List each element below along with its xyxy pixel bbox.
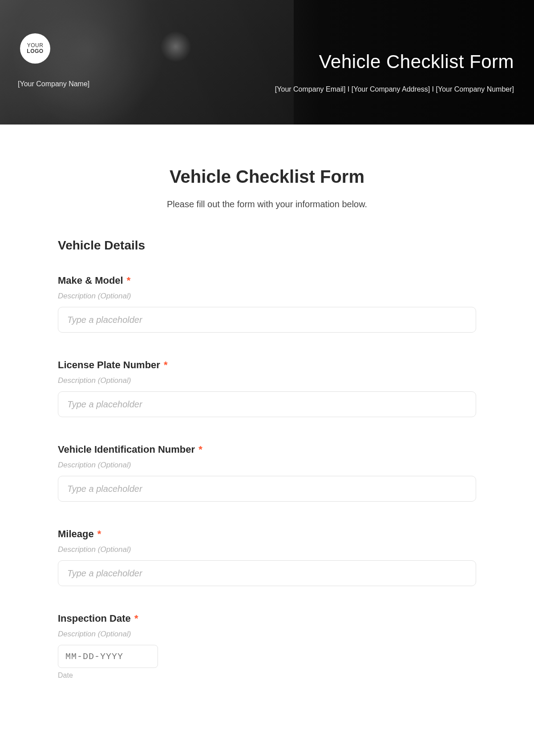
- field-description: Description (Optional): [58, 461, 476, 470]
- mileage-input[interactable]: [58, 560, 476, 586]
- form-subtitle: Please fill out the form with your infor…: [58, 199, 476, 209]
- field-description: Description (Optional): [58, 545, 476, 554]
- header-banner: YOUR LOGO [Your Company Name] Vehicle Ch…: [0, 0, 534, 125]
- field-vin: Vehicle Identification Number * Descript…: [58, 444, 476, 502]
- required-asterisk: *: [134, 613, 138, 624]
- date-sublabel: Date: [58, 672, 476, 680]
- inspection-date-input[interactable]: [58, 645, 158, 668]
- field-description: Description (Optional): [58, 376, 476, 385]
- section-title-vehicle-details: Vehicle Details: [58, 238, 476, 253]
- required-asterisk: *: [97, 528, 101, 539]
- required-asterisk: *: [198, 444, 202, 455]
- field-label-make-model: Make & Model *: [58, 275, 476, 286]
- company-name-text: [Your Company Name]: [18, 80, 89, 88]
- company-logo: YOUR LOGO: [20, 33, 50, 64]
- field-label-mileage: Mileage *: [58, 528, 476, 540]
- form-title: Vehicle Checklist Form: [58, 167, 476, 187]
- field-label-inspection-date: Inspection Date *: [58, 613, 476, 624]
- field-description: Description (Optional): [58, 630, 476, 639]
- header-contact-info: [Your Company Email] I [Your Company Add…: [275, 85, 514, 93]
- vin-input[interactable]: [58, 476, 476, 502]
- field-label-license-plate: License Plate Number *: [58, 359, 476, 371]
- required-asterisk: *: [164, 359, 168, 370]
- header-title: Vehicle Checklist Form: [319, 51, 514, 72]
- field-inspection-date: Inspection Date * Description (Optional)…: [58, 613, 476, 680]
- field-description: Description (Optional): [58, 292, 476, 301]
- field-make-model: Make & Model * Description (Optional): [58, 275, 476, 333]
- logo-text-line2: LOGO: [27, 48, 43, 54]
- field-mileage: Mileage * Description (Optional): [58, 528, 476, 586]
- form-container: Vehicle Checklist Form Please fill out t…: [0, 125, 534, 733]
- field-license-plate: License Plate Number * Description (Opti…: [58, 359, 476, 417]
- make-model-input[interactable]: [58, 307, 476, 333]
- required-asterisk: *: [127, 275, 131, 286]
- field-label-vin: Vehicle Identification Number *: [58, 444, 476, 455]
- license-plate-input[interactable]: [58, 391, 476, 417]
